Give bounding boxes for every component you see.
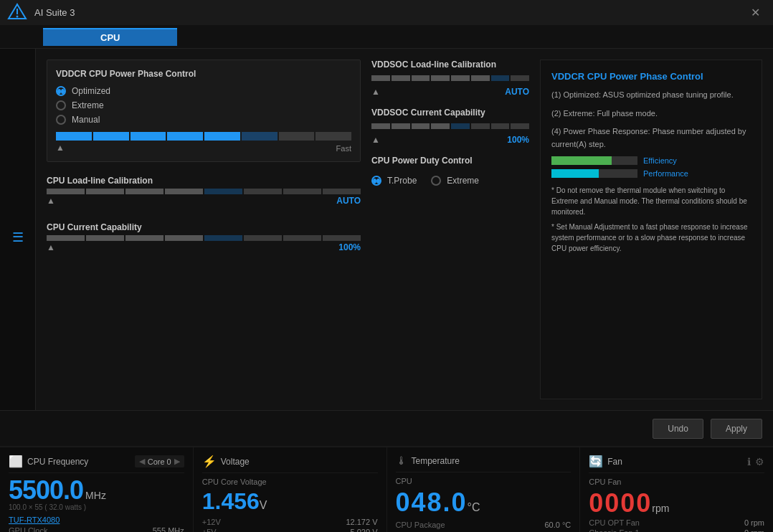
cpu-opt-fan-label: CPU OPT Fan	[589, 518, 640, 527]
v5-value: 5.020 V	[351, 528, 378, 532]
v12-label: +12V	[202, 518, 221, 526]
radio-tprobe-label: T.Probe	[387, 176, 417, 186]
titlebar: AI Suite 3 ✕	[0, 0, 773, 26]
cpu-load-slider[interactable]	[47, 189, 361, 194]
efficiency-bar	[551, 156, 637, 165]
temperature-section: 🌡 Temperature CPU 048.0 °C CPU Package 6…	[387, 447, 581, 532]
left-panel: VDDCR CPU Power Phase Control Optimized …	[47, 60, 361, 399]
cpu-freq-value-row: 5500.0 MHz	[9, 478, 184, 503]
menu-icon[interactable]: ☰	[10, 229, 26, 244]
gpu-link[interactable]: TUF-RTX4080	[9, 516, 184, 524]
fan-icon: 🔄	[589, 455, 603, 468]
cpu-power-duty-title: CPU Power Duty Control	[371, 156, 529, 166]
radio-duty-extreme-circle	[431, 176, 441, 186]
temp-icon: 🌡	[396, 455, 407, 467]
performance-bar	[551, 169, 637, 178]
vddsoc-load-value: AUTO	[505, 87, 529, 97]
fan-info-icon[interactable]: ℹ	[747, 456, 751, 467]
radio-manual[interactable]: Manual	[56, 115, 351, 125]
apply-button[interactable]: Apply	[711, 419, 762, 439]
vddcr-slider-label: Fast	[336, 144, 351, 153]
fan-settings-icon[interactable]: ⚙	[755, 456, 764, 467]
legend-performance: Performance	[551, 169, 751, 178]
info-line-0: (1) Optimized: ASUS optimized phase tuni…	[551, 89, 751, 102]
temp-unit: °C	[468, 501, 480, 514]
vddsoc-current-slider[interactable]	[371, 123, 529, 129]
cpu-freq-big-value: 5500.0	[9, 478, 83, 503]
radio-tprobe[interactable]: T.Probe	[371, 176, 417, 186]
cpu-freq-header: ⬜ CPU Frequency ◀ Core 0 ▶	[9, 455, 184, 473]
radio-manual-label: Manual	[72, 115, 100, 125]
vddcr-box: VDDCR CPU Power Phase Control Optimized …	[47, 60, 361, 162]
fan-header: 🔄 Fan ℹ ⚙	[589, 455, 764, 473]
bottom-bar: ⬜ CPU Frequency ◀ Core 0 ▶ 5500.0 MHz 10…	[0, 446, 773, 532]
app-logo	[7, 3, 27, 23]
vddsoc-current-section: VDDSOC Current Capability ▲ 100%	[371, 108, 529, 145]
radio-optimized[interactable]: Optimized	[56, 86, 351, 96]
voltage-label: CPU Core Voltage	[202, 478, 378, 486]
note-0: * Do not remove the thermal module when …	[551, 185, 751, 217]
radio-extreme[interactable]: Extreme	[56, 100, 351, 110]
voltage-rows: +12V 12.172 V +5V 5.020 V +3.3V 3.344 V …	[202, 518, 378, 532]
fan-value-row: 0000 rpm	[589, 488, 764, 518]
voltage-section: ⚡ Voltage CPU Core Voltage 1.456 V +12V …	[194, 447, 387, 532]
info-line-2: (4) Power Phase Response: Phase number a…	[551, 125, 751, 151]
voltage-value-row: 1.456 V	[202, 488, 378, 515]
v12-value: 12.172 V	[346, 518, 377, 526]
voltage-big-value: 1.456	[202, 488, 260, 515]
radio-extreme-circle	[56, 100, 66, 110]
voltage-header: ⚡ Voltage	[202, 455, 378, 473]
cpu-current-slider[interactable]	[47, 235, 361, 241]
cpu-freq-icon: ⬜	[9, 455, 23, 468]
voltage-unit: V	[260, 499, 267, 512]
cpu-frequency-section: ⬜ CPU Frequency ◀ Core 0 ▶ 5500.0 MHz 10…	[0, 447, 194, 532]
cpu-load-section: CPU Load-line Calibration ▲ AUTO	[47, 173, 361, 209]
fan-big-value: 0000	[589, 488, 652, 518]
fan-section: 🔄 Fan ℹ ⚙ CPU Fan 0000 rpm CPU OPT Fan 0…	[580, 447, 773, 532]
svg-point-2	[16, 15, 19, 17]
cpu-current-value: 100%	[338, 242, 361, 252]
temp-rows: CPU Package 60.0 °C Motherboard 32.0 °C …	[396, 521, 572, 532]
tab-cpu[interactable]: CPU	[43, 28, 177, 46]
middle-panel: VDDSOC Load-line Calibration ▲ AUTO VDDS…	[371, 60, 529, 399]
performance-label: Performance	[643, 169, 688, 178]
vddsoc-load-slider[interactable]	[371, 75, 529, 81]
cpu-opt-fan-row: CPU OPT Fan 0 rpm	[589, 518, 764, 527]
gpu-clock-row: GPU Clock 555 MHz	[9, 526, 184, 532]
content-area: VDDCR CPU Power Phase Control Optimized …	[36, 49, 773, 410]
note-1: * Set Manual Adjustment to a fast phase …	[551, 222, 751, 254]
nav-prev-arrow[interactable]: ◀	[139, 457, 145, 466]
cpu-power-duty-section: CPU Power Duty Control T.Probe Extreme	[371, 156, 529, 186]
vddcr-radio-group: Optimized Extreme Manual	[56, 86, 351, 125]
radio-optimized-label: Optimized	[72, 86, 110, 96]
cpu-freq-nav[interactable]: ◀ Core 0 ▶	[135, 455, 184, 467]
v5-row: +5V 5.020 V	[202, 528, 378, 532]
voltage-icon: ⚡	[202, 455, 217, 468]
v12-row: +12V 12.172 V	[202, 518, 378, 526]
vddcr-slider[interactable]: ▲ Fast	[56, 132, 351, 153]
undo-button[interactable]: Undo	[653, 419, 703, 439]
temp-title: Temperature	[412, 456, 572, 466]
cpu-pkg-row: CPU Package 60.0 °C	[396, 521, 572, 529]
fan-title: Fan	[607, 457, 743, 467]
cpu-freq-sub: 100.0 × 55 ( 32.0 watts )	[9, 503, 184, 511]
fan-unit: rpm	[652, 503, 669, 514]
radio-tprobe-circle	[371, 176, 381, 186]
chassis-fan1-label: Chassis Fan 1	[589, 528, 639, 532]
vddsoc-current-value: 100%	[507, 135, 529, 145]
info-title: VDDCR CPU Power Phase Control	[551, 71, 751, 82]
core-label: Core 0	[148, 457, 171, 466]
radio-duty-extreme[interactable]: Extreme	[431, 176, 479, 186]
legend-efficiency: Efficiency	[551, 156, 751, 165]
app-title: AI Suite 3	[34, 7, 745, 18]
nav-next-arrow[interactable]: ▶	[174, 457, 180, 466]
cpu-opt-fan-value: 0 rpm	[744, 518, 764, 527]
radio-extreme-label: Extreme	[72, 100, 104, 110]
radio-duty-extreme-label: Extreme	[447, 176, 479, 186]
temp-header: 🌡 Temperature	[396, 455, 572, 472]
efficiency-label: Efficiency	[643, 156, 677, 165]
vddsoc-load-section: VDDSOC Load-line Calibration ▲ AUTO	[371, 60, 529, 97]
close-button[interactable]: ✕	[745, 3, 766, 22]
vddsoc-load-title: VDDSOC Load-line Calibration	[371, 60, 529, 70]
chassis-fan1-row: Chassis Fan 1 0 rpm	[589, 528, 764, 532]
